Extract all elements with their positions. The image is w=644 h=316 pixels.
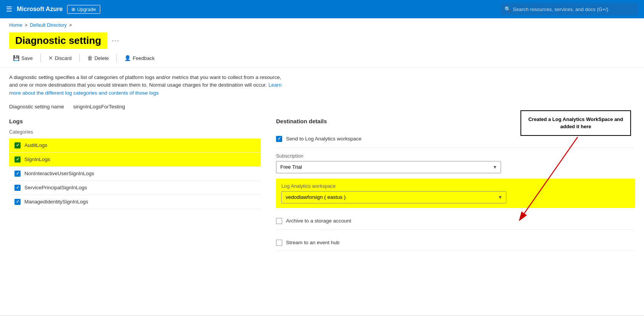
hamburger-menu-icon[interactable]: ☰ <box>6 5 12 13</box>
log-label-auditlogs: AuditLogs <box>24 142 47 148</box>
workspace-select[interactable]: vedodlawforsign ( eastus ) <box>281 191 506 203</box>
stream-eventhub-row[interactable]: Stream to an event hub <box>276 235 635 251</box>
save-icon: 💾 <box>13 55 19 61</box>
checkbox-archive-storage[interactable] <box>276 218 282 224</box>
workspace-highlighted-section: Log Analytics workspace vedodlawforsign … <box>276 179 635 208</box>
archive-storage-label: Archive to a storage account <box>286 218 351 224</box>
workspace-select-wrapper: vedodlawforsign ( eastus ) ▼ <box>281 191 506 203</box>
logs-section: Logs Categories AuditLogs SignInLogs Non… <box>9 118 261 251</box>
log-item-signinlogs[interactable]: SignInLogs <box>9 153 261 167</box>
save-button[interactable]: 💾 Save <box>9 53 37 63</box>
log-label-noninteractive: NonInteractiveUserSignInLogs <box>24 171 94 176</box>
log-label-serviceprincipal: ServicePrincipalSignInLogs <box>24 185 87 190</box>
breadcrumb-sep-1: > <box>25 22 28 28</box>
archive-storage-row[interactable]: Archive to a storage account <box>276 213 635 230</box>
subscription-group: Subscription Free Trial ▼ <box>276 153 635 173</box>
workspace-label: Log Analytics workspace <box>281 183 630 189</box>
log-label-signinlogs: SignInLogs <box>24 156 50 162</box>
search-icon: 🔍 <box>504 6 511 12</box>
annotation-container: Created a Log Analytics WorkSpace and ad… <box>520 110 631 136</box>
checkbox-signinlogs[interactable] <box>14 156 21 163</box>
subscription-select[interactable]: Free Trial <box>276 161 501 173</box>
discard-label: Discard <box>55 55 72 61</box>
setting-name-value: singnInLogsForTesting <box>73 104 125 110</box>
page-title: Diagnostic setting <box>9 32 107 49</box>
toolbar: 💾 Save ✕ Discard 🗑 Delete 👤 Feedback <box>0 49 644 68</box>
setting-name-label: Diagnostic setting name <box>9 104 64 110</box>
ellipsis-button[interactable]: ··· <box>112 37 120 45</box>
checkbox-managedidentity[interactable] <box>14 199 21 205</box>
checkbox-serviceprincipal[interactable] <box>14 185 21 191</box>
breadcrumb: Home > Default Directory > <box>0 18 644 29</box>
subscription-select-wrapper: Free Trial ▼ <box>276 161 501 173</box>
breadcrumb-sep-2: > <box>69 22 72 28</box>
log-item-serviceprincipal[interactable]: ServicePrincipalSignInLogs <box>9 181 261 195</box>
feedback-icon: 👤 <box>124 55 131 61</box>
logs-title: Logs <box>9 118 261 124</box>
description-text: A diagnostic setting specifies a list of… <box>9 74 281 88</box>
log-label-managedidentity: ManagedIdentitySignInLogs <box>24 199 88 205</box>
toolbar-separator <box>40 54 41 62</box>
search-wrapper: 🔍 <box>501 3 638 15</box>
checkbox-stream-eventhub[interactable] <box>276 240 282 246</box>
checkbox-noninteractive[interactable] <box>14 171 21 177</box>
save-label: Save <box>21 55 33 61</box>
discard-icon: ✕ <box>48 55 53 61</box>
send-log-analytics-label: Send to Log Analytics workspace <box>286 136 361 142</box>
upgrade-button[interactable]: ⊕ Upgrade <box>67 5 100 14</box>
feedback-button[interactable]: 👤 Feedback <box>120 53 158 63</box>
page-header: Diagnostic setting ··· <box>0 29 644 49</box>
top-navigation: ☰ Microsoft Azure ⊕ Upgrade 🔍 <box>0 0 644 18</box>
toolbar-separator-2 <box>79 54 80 62</box>
annotation-box: Created a Log Analytics WorkSpace and ad… <box>520 110 631 136</box>
delete-button[interactable]: 🗑 Delete <box>84 53 113 63</box>
setting-name-row: Diagnostic setting name singnInLogsForTe… <box>9 104 635 110</box>
checkbox-send-log-analytics[interactable] <box>276 136 282 142</box>
subscription-label: Subscription <box>276 153 635 159</box>
description: A diagnostic setting specifies a list of… <box>9 74 284 97</box>
breadcrumb-directory[interactable]: Default Directory <box>30 22 67 28</box>
log-item-noninteractive[interactable]: NonInteractiveUserSignInLogs <box>9 167 261 181</box>
checkbox-auditlogs[interactable] <box>14 142 21 148</box>
categories-label: Categories <box>9 129 261 135</box>
log-item-auditlogs[interactable]: AuditLogs <box>9 139 261 153</box>
destination-section: Destination details Send to Log Analytic… <box>276 118 635 251</box>
discard-button[interactable]: ✕ Discard <box>45 53 75 63</box>
delete-icon: 🗑 <box>87 55 93 61</box>
azure-logo: Microsoft Azure <box>17 6 63 13</box>
log-item-managedidentity[interactable]: ManagedIdentitySignInLogs <box>9 195 261 209</box>
feedback-label: Feedback <box>133 55 154 61</box>
delete-label: Delete <box>95 55 109 61</box>
breadcrumb-home[interactable]: Home <box>9 22 22 28</box>
two-column-layout: Logs Categories AuditLogs SignInLogs Non… <box>9 118 635 251</box>
search-input[interactable] <box>501 3 638 15</box>
main-content: A diagnostic setting specifies a list of… <box>0 68 644 315</box>
toolbar-separator-3 <box>116 54 117 62</box>
stream-eventhub-label: Stream to an event hub <box>286 240 339 245</box>
